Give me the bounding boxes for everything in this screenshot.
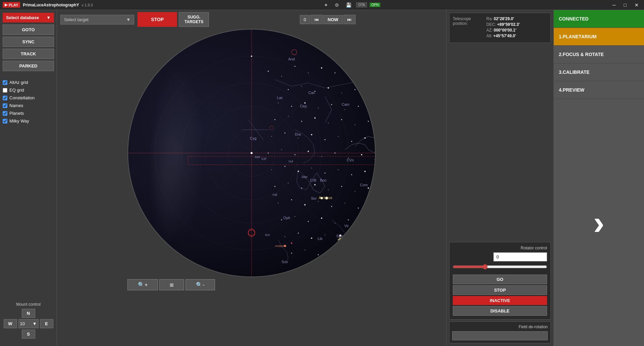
center-topbar: Select target ▼ STOP SUGG. TARGETS 0 ⏮ N… — [57, 10, 446, 29]
sync-button[interactable]: SYNC — [3, 37, 54, 47]
altaz-grid-option[interactable]: AltAz grid — [3, 80, 54, 85]
starmap-container[interactable]: And Per Aur Capella Cas Cam Cep. Lac Lyr… — [127, 29, 376, 277]
svg-point-39 — [339, 238, 343, 242]
maximize-btn[interactable]: □ — [621, 2, 629, 8]
altaz-grid-checkbox[interactable] — [3, 80, 7, 85]
telescope-pos-label-row: Telescopeposition: Ra: 02°28'29.0' DEC: … — [453, 16, 547, 38]
svg-point-121 — [371, 204, 372, 205]
close-btn[interactable]: ✕ — [632, 2, 641, 8]
svg-point-71 — [355, 124, 355, 125]
svg-text:Boo: Boo — [320, 178, 326, 182]
titlebar: ▶ PLAY PrimaLuceAstrophotographY v 1.9.3… — [0, 0, 644, 10]
rotator-disable-button[interactable]: DISABLE — [453, 306, 547, 316]
svg-text:Lyr: Lyr — [262, 156, 267, 160]
svg-point-122 — [281, 219, 282, 220]
svg-text:Cep.: Cep. — [300, 104, 308, 108]
time-now-button[interactable]: NOW — [323, 15, 343, 24]
svg-point-97 — [298, 171, 299, 172]
svg-point-118 — [331, 206, 332, 207]
sugg-targets-button[interactable]: SUGG. TARGETS — [179, 12, 209, 27]
focus-rotate-button[interactable]: 2.FOCUS & ROTATE — [554, 46, 644, 63]
svg-text:CVn: CVn — [346, 158, 354, 162]
alt-value: +45°57'49.0' — [493, 34, 516, 38]
field-derotation-value[interactable]: 0°/sec — [452, 331, 548, 340]
fit-button[interactable]: ⊞ — [159, 279, 184, 290]
connected-button[interactable]: CONNECTED — [554, 10, 644, 28]
time-rewind-button[interactable]: ⏮ — [311, 15, 323, 24]
east-button[interactable]: E — [40, 319, 53, 328]
svg-point-92 — [375, 159, 375, 160]
app-name: PrimaLuceAstrophotographY — [23, 3, 79, 7]
milkyway-checkbox[interactable] — [3, 119, 7, 123]
south-button[interactable]: S — [22, 330, 35, 339]
rotator-stop-button[interactable]: STOP — [453, 285, 547, 295]
constellation-labels-group: And Per Aur Capella Cas Cam Cep. Lac Lyr… — [250, 57, 375, 271]
constellation-option[interactable]: Constellation — [3, 95, 54, 100]
svg-point-140 — [298, 268, 299, 268]
svg-point-59 — [304, 102, 306, 104]
svg-line-13 — [291, 83, 308, 86]
svg-text:Aql: Aql — [272, 193, 277, 196]
eq-grid-option[interactable]: EQ grid — [3, 88, 54, 93]
rotator-go-button[interactable]: GO — [453, 275, 547, 284]
constellation-checkbox[interactable] — [3, 96, 7, 100]
cursor-icon-btn[interactable]: ✦ — [322, 2, 330, 8]
svg-point-74 — [271, 136, 272, 137]
rotator-slider[interactable] — [453, 264, 547, 269]
svg-text:Lac: Lac — [277, 96, 283, 100]
names-option[interactable]: Names — [3, 103, 54, 108]
preview-button[interactable]: 4.PREVIEW — [554, 81, 644, 99]
north-button[interactable]: N — [22, 309, 35, 318]
constellation-label: Constellation — [9, 95, 35, 100]
svg-point-110 — [341, 186, 342, 187]
time-zero-display: 0 — [300, 15, 310, 24]
time-forward-button[interactable]: ⏭ — [343, 15, 356, 24]
settings-icon-btn[interactable]: ⚙ — [333, 2, 341, 8]
svg-point-56 — [355, 89, 356, 90]
svg-point-138 — [331, 251, 332, 252]
svg-point-91 — [361, 154, 362, 155]
names-checkbox[interactable] — [3, 103, 7, 108]
zoom-in-button[interactable]: 🔍+ — [127, 279, 158, 290]
planetarium-button[interactable]: 1.PLANETARIUM — [554, 28, 644, 46]
svg-point-84 — [268, 153, 269, 154]
svg-point-143 — [338, 266, 339, 267]
save-icon-btn[interactable]: 💾 — [344, 2, 354, 8]
planets-option[interactable]: Planets — [3, 111, 54, 116]
milkyway-option[interactable]: Milky Way — [3, 118, 54, 123]
svg-line-12 — [275, 80, 292, 86]
west-button[interactable]: W — [4, 319, 17, 328]
svg-text:Spica: Spica — [336, 234, 346, 238]
left-panel: Select database ▼ GOTO SYNC TRACK PARKED… — [0, 10, 57, 346]
svg-text:Antares: Antares — [275, 244, 286, 248]
svg-point-137 — [318, 254, 319, 255]
svg-point-134 — [351, 236, 352, 237]
svg-point-72 — [368, 121, 369, 122]
minimize-btn[interactable]: ─ — [610, 2, 619, 8]
planets-checkbox[interactable] — [3, 111, 7, 116]
rotator-inactive-button[interactable]: INACTIVE — [453, 296, 547, 305]
zoom-out-button[interactable]: 🔍- — [185, 279, 215, 290]
svg-text:Sct: Sct — [265, 233, 270, 237]
arrow-panel[interactable]: › — [554, 99, 644, 346]
select-database-button[interactable]: Select database ▼ — [3, 13, 54, 22]
speed-value: 10 — [20, 321, 25, 326]
eq-grid-checkbox[interactable] — [3, 88, 7, 93]
starmap[interactable]: And Per Aur Capella Cas Cam Cep. Lac Lyr… — [127, 29, 376, 277]
target-selector[interactable]: Select target ▼ — [60, 15, 134, 24]
speed-dropdown-icon[interactable]: ▼ — [33, 321, 37, 326]
goto-button[interactable]: GOTO — [3, 24, 54, 35]
svg-point-33 — [291, 243, 292, 244]
svg-text:Sco: Sco — [282, 260, 288, 264]
stop-button[interactable]: STOP — [138, 12, 177, 27]
parked-button[interactable]: PARKED — [3, 61, 54, 71]
svg-point-96 — [284, 166, 285, 167]
rotator-slider-container — [453, 264, 547, 270]
svg-text:Venus: Venus — [337, 243, 346, 246]
track-button[interactable]: TRACK — [3, 49, 54, 59]
milkyway-label: Milky Way — [9, 118, 29, 123]
telescope-position-label: Telescopeposition: — [453, 16, 486, 38]
calibrate-button[interactable]: 3.CALIBRATE — [554, 63, 644, 81]
rotator-input[interactable]: 0 — [493, 252, 547, 261]
svg-point-47 — [321, 67, 322, 68]
